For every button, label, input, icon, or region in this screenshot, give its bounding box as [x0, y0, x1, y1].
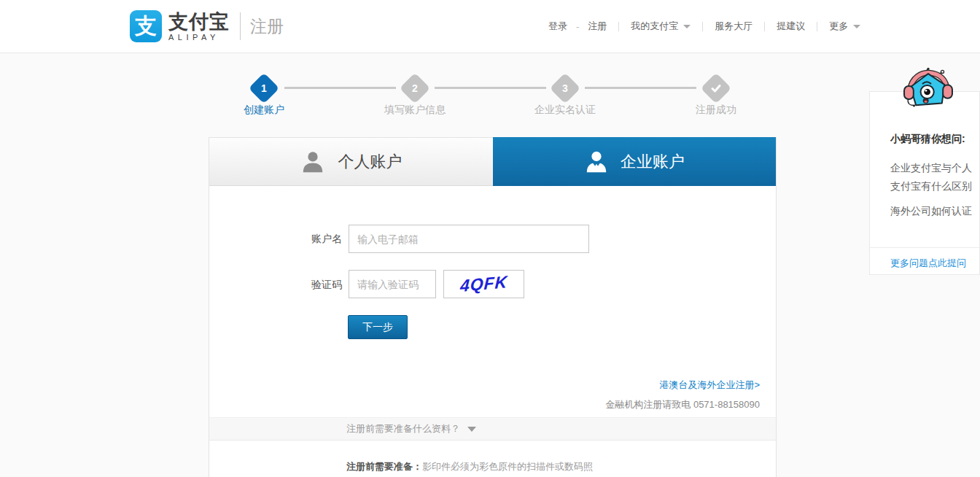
nav-register-link[interactable]: 注册 — [588, 20, 607, 33]
check-icon — [710, 82, 722, 94]
brand-name-en: ALIPAY — [168, 33, 219, 42]
next-step-button[interactable]: 下一步 — [348, 315, 408, 339]
top-nav: 登录 - 注册 我的支付宝 服务大厅 提建议 更多 — [548, 20, 860, 33]
chevron-down-icon — [683, 25, 691, 28]
nav-divider — [764, 22, 765, 31]
step-connector — [435, 87, 546, 89]
nav-my-alipay-menu[interactable]: 我的支付宝 — [631, 20, 691, 33]
chevron-down-icon — [853, 25, 860, 28]
tab-personal-label: 个人账户 — [338, 151, 402, 173]
step-3-indicator: 3 — [550, 73, 580, 104]
prep-note-title: 注册前需要准备： — [346, 461, 422, 472]
helper-title: 小蚂哥猜你想问: — [890, 133, 965, 146]
chevron-down-icon — [467, 427, 476, 432]
business-person-icon — [584, 150, 609, 174]
logo-glyph: 支 — [135, 12, 157, 42]
step-2-label: 填写账户信息 — [384, 104, 446, 117]
prep-materials-question: 注册前需要准备什么资料？ — [346, 422, 460, 435]
step-1-label: 创建账户 — [244, 104, 284, 117]
step-connector — [585, 87, 696, 89]
captcha-image[interactable]: 4QFK — [443, 270, 524, 298]
logo-divider — [240, 12, 241, 40]
page-title: 注册 — [250, 15, 284, 38]
nav-service-hall-link[interactable]: 服务大厅 — [715, 20, 752, 33]
step-3-label: 企业实名认证 — [534, 104, 596, 117]
step-2-number: 2 — [412, 82, 418, 94]
step-1-indicator: 1 — [249, 73, 279, 104]
mascot-icon — [901, 67, 955, 120]
account-name-label: 账户名 — [289, 233, 342, 246]
account-type-tabs: 个人账户 企业账户 — [209, 137, 776, 186]
page-header: 支 支付宝 ALIPAY 注册 登录 - 注册 我的支付宝 服务大厅 提建议 更… — [0, 0, 980, 53]
person-icon — [300, 150, 325, 174]
alipay-logo-icon: 支 — [130, 10, 162, 42]
alipay-logo[interactable]: 支 支付宝 ALIPAY 注册 — [130, 10, 284, 42]
nav-my-alipay-label: 我的支付宝 — [631, 20, 678, 33]
helper-question-difference[interactable]: 企业支付宝与个人 支付宝有什么区别 — [890, 159, 972, 195]
captcha-input[interactable] — [349, 270, 436, 298]
overseas-register-link[interactable]: 港澳台及海外企业注册> — [659, 379, 760, 392]
nav-suggest-link[interactable]: 提建议 — [777, 20, 805, 33]
helper-question-line1: 企业支付宝与个人 — [890, 159, 972, 177]
prep-note: 注册前需要准备：影印件必须为彩色原件的扫描件或数码照 — [346, 460, 593, 473]
nav-login-link[interactable]: 登录 — [548, 20, 567, 33]
step-4-indicator — [701, 73, 731, 104]
helper-divider — [870, 247, 979, 248]
helper-question-overseas[interactable]: 海外公司如何认证 — [890, 205, 972, 218]
registration-card: 个人账户 企业账户 账户名 验证码 4QFK 下一步 港澳台及海外企业注册> 金… — [209, 137, 777, 477]
nav-divider — [817, 22, 817, 31]
nav-divider — [702, 22, 703, 31]
nav-more-label: 更多 — [829, 20, 848, 33]
tab-enterprise-account[interactable]: 企业账户 — [493, 137, 776, 186]
brand-text: 支付宝 ALIPAY — [168, 12, 230, 42]
tab-enterprise-label: 企业账户 — [621, 151, 685, 173]
step-3-number: 3 — [562, 82, 568, 94]
nav-dash-separator: - — [576, 21, 579, 32]
helper-question-line2: 支付宝有什么区别 — [890, 177, 972, 195]
nav-divider — [618, 22, 619, 31]
account-name-input[interactable] — [349, 225, 589, 253]
finance-phone-note: 金融机构注册请致电 0571-88158090 — [605, 398, 760, 411]
step-4-label: 注册成功 — [696, 104, 736, 117]
captcha-code-text: 4QFK — [459, 272, 508, 296]
step-1-number: 1 — [261, 82, 267, 94]
tab-personal-account[interactable]: 个人账户 — [209, 137, 493, 186]
captcha-label: 验证码 — [289, 279, 342, 292]
step-2-indicator: 2 — [400, 73, 430, 104]
nav-more-menu[interactable]: 更多 — [829, 20, 860, 33]
brand-name-cn: 支付宝 — [168, 12, 230, 32]
helper-more-link[interactable]: 更多问题点此提问 — [890, 257, 966, 270]
prep-materials-accordion[interactable]: 注册前需要准备什么资料？ — [209, 417, 776, 441]
prep-note-text: 影印件必须为彩色原件的扫描件或数码照 — [422, 461, 593, 472]
step-connector — [284, 87, 396, 89]
